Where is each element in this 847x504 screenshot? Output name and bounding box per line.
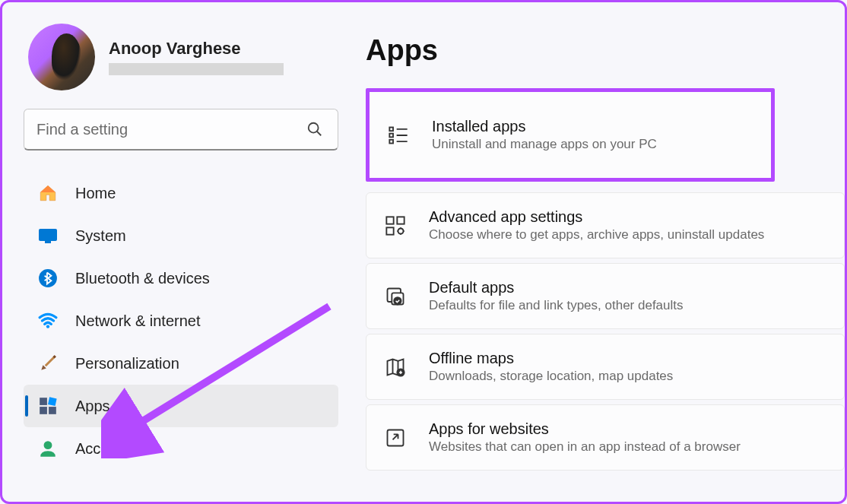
offline-maps-icon [383,355,408,379]
card-text: Apps for websites Websites that can open… [429,420,741,455]
paintbrush-icon [37,353,59,374]
profile-section[interactable]: Anoop Varghese [24,24,338,90]
svg-rect-11 [389,127,393,131]
svg-rect-12 [389,133,393,137]
card-advanced-app-settings[interactable]: Advanced app settings Choose where to ge… [366,192,845,258]
svg-rect-18 [397,217,404,223]
advanced-settings-icon [383,214,408,238]
sidebar: Anoop Varghese Home System Bluetooth & d [2,2,352,502]
bluetooth-icon [37,268,59,289]
search-box[interactable] [24,109,338,151]
card-desc: Uninstall and manage apps on your PC [432,137,657,152]
nav: Home System Bluetooth & devices Network … [24,172,338,470]
card-title: Advanced app settings [429,208,764,226]
accounts-icon [37,438,59,459]
nav-item-home[interactable]: Home [24,172,338,214]
card-title: Installed apps [432,118,657,135]
svg-point-23 [394,297,401,304]
card-text: Offline maps Downloads, storage location… [429,350,673,384]
search-icon [304,119,325,140]
svg-rect-19 [386,227,393,234]
profile-name: Anoop Varghese [109,39,284,59]
nav-item-label: Accounts [75,440,138,458]
card-title: Default apps [429,279,684,296]
nav-item-system[interactable]: System [24,214,338,257]
cards-list: Installed apps Uninstall and manage apps… [366,88,845,471]
nav-item-label: System [75,227,126,245]
card-text: Advanced app settings Choose where to ge… [429,208,764,242]
apps-icon [37,395,59,417]
card-default-apps[interactable]: Default apps Defaults for file and link … [366,263,845,329]
wifi-icon [37,310,59,331]
nav-item-label: Personalization [75,355,179,372]
nav-item-network[interactable]: Network & internet [24,300,338,342]
svg-rect-8 [40,407,47,414]
svg-rect-13 [389,139,393,143]
svg-point-10 [44,441,52,449]
system-icon [37,225,59,246]
nav-item-label: Apps [75,398,110,415]
profile-email-redacted [109,63,284,75]
svg-rect-6 [40,398,47,405]
card-desc: Defaults for file and link types, other … [429,298,684,313]
installed-apps-icon [386,123,411,147]
card-offline-maps[interactable]: Offline maps Downloads, storage location… [366,334,845,400]
card-apps-for-websites[interactable]: Apps for websites Websites that can open… [366,404,845,471]
svg-point-0 [309,123,319,133]
home-icon [37,182,59,204]
card-desc: Choose where to get apps, archive apps, … [429,227,764,242]
profile-info: Anoop Varghese [109,39,284,75]
nav-item-apps[interactable]: Apps [24,385,338,427]
main-content: Apps Installed apps Uninstall and manage… [352,2,845,502]
apps-for-websites-icon [383,426,408,450]
page-title: Apps [366,34,845,67]
default-apps-icon [383,284,408,309]
svg-rect-3 [45,241,51,243]
nav-item-bluetooth[interactable]: Bluetooth & devices [24,257,338,300]
card-desc: Downloads, storage location, map updates [429,369,673,384]
card-text: Installed apps Uninstall and manage apps… [432,118,657,152]
nav-item-label: Bluetooth & devices [75,270,210,287]
svg-point-5 [46,325,49,328]
nav-item-label: Network & internet [75,312,201,330]
card-desc: Websites that can open in an app instead… [429,439,741,455]
svg-rect-2 [39,229,57,241]
avatar [28,24,95,90]
nav-item-label: Home [75,185,116,202]
nav-item-personalization[interactable]: Personalization [24,342,338,385]
card-title: Offline maps [429,350,673,367]
svg-rect-9 [49,407,56,414]
card-installed-apps[interactable]: Installed apps Uninstall and manage apps… [366,88,775,182]
card-title: Apps for websites [429,420,741,438]
svg-rect-17 [386,217,393,223]
svg-line-1 [317,132,322,136]
svg-rect-7 [48,397,57,406]
nav-item-accounts[interactable]: Accounts [24,427,338,470]
search-input[interactable] [36,121,304,138]
card-text: Default apps Defaults for file and link … [429,279,684,313]
